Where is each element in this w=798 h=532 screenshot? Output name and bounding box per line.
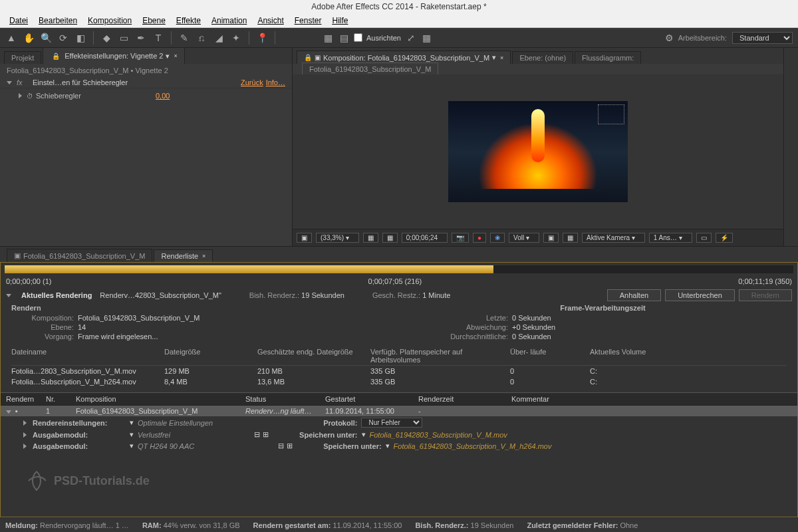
output-file-link[interactable]: Fotolia_61942803_Subscription_V_M_h264.m… [394, 442, 552, 450]
comp-subtab[interactable]: Fotolia_61942803_Subscription_V_M [302, 63, 438, 76]
close-icon[interactable]: × [202, 253, 205, 259]
text-tool-icon[interactable]: T [152, 32, 164, 44]
grid-icon[interactable]: ▦ [421, 32, 433, 44]
snapshot-icon[interactable]: 📷 [452, 233, 469, 243]
pen-tool-icon[interactable]: ✒ [135, 32, 147, 44]
stopwatch-icon[interactable]: ⏱ [24, 90, 36, 102]
menu-fenster[interactable]: Fenster [291, 15, 326, 27]
camera-tool-icon[interactable]: ◧ [74, 32, 86, 44]
distribute-icon[interactable]: ▤ [338, 32, 350, 44]
dropdown-icon[interactable]: ▾ [492, 53, 496, 62]
toggle-icon[interactable]: ▣ [297, 233, 312, 243]
close-icon[interactable]: × [174, 53, 177, 59]
time-end: 0;00;11;19 (350) [738, 277, 792, 285]
disclosure-icon[interactable] [23, 444, 27, 449]
align-icon[interactable]: ▦ [322, 32, 334, 44]
camera-dropdown[interactable]: Aktive Kamera ▾ [582, 233, 645, 243]
workspace-select[interactable]: Standard [732, 32, 793, 44]
menu-animation[interactable]: Animation [207, 15, 251, 27]
dropdown-icon[interactable]: ▾ [130, 418, 134, 427]
close-icon[interactable]: × [500, 55, 503, 61]
res-icon[interactable]: ▦ [363, 233, 378, 243]
menu-ansicht[interactable]: Ansicht [253, 15, 287, 27]
plus-icon[interactable]: ⊞ [263, 430, 269, 439]
eraser-tool-icon[interactable]: ◢ [213, 32, 225, 44]
dropdown-icon[interactable]: ▾ [166, 52, 170, 61]
dropdown-icon[interactable]: ▾ [362, 430, 366, 439]
property-name: Schieberegler [36, 92, 156, 100]
snap-icon[interactable]: ⤢ [405, 32, 417, 44]
tab-effect-controls[interactable]: 🔒 Effekteinstellungen: Vignette 2 ▾ × [43, 47, 184, 64]
dropdown-icon[interactable]: ▾ [386, 442, 390, 450]
dropdown-icon[interactable]: ▾ [130, 442, 134, 450]
menu-datei[interactable]: Datei [5, 15, 32, 27]
property-value[interactable]: 0,00 [156, 92, 170, 100]
disclosure-icon[interactable] [23, 420, 27, 426]
minus-icon[interactable]: ⊟ [254, 430, 260, 439]
lock-icon: 🔒 [50, 50, 62, 62]
output-file-link[interactable]: Fotolia_61942803_Subscription_V_M.mov [370, 431, 507, 439]
rendern-section: Rendern [11, 304, 379, 312]
rotate-tool-icon[interactable]: ⟳ [57, 32, 69, 44]
region-icon[interactable]: ▣ [543, 233, 559, 243]
resolution-dropdown[interactable]: Voll ▾ [509, 233, 539, 243]
selection-tool-icon[interactable]: ▲ [5, 32, 17, 44]
queue-item[interactable]: ▪ 1 Fotolia_61942803_Subscription_V_M Re… [1, 406, 797, 416]
menu-bearbeiten[interactable]: Bearbeiten [35, 15, 81, 27]
hand-tool-icon[interactable]: ✋ [23, 32, 35, 44]
menu-ebene[interactable]: Ebene [138, 15, 170, 27]
disclosure-icon[interactable] [23, 432, 27, 438]
protokoll-dropdown[interactable]: Nur Fehler [361, 418, 422, 428]
search-icon[interactable]: ⚙ [664, 32, 676, 44]
menu-komposition[interactable]: Komposition [84, 15, 136, 27]
info-link[interactable]: Info… [266, 78, 285, 86]
tab-project[interactable]: Projekt [4, 51, 41, 64]
shape-tool-icon[interactable]: ▭ [118, 32, 130, 44]
composition-controls: ▣ (33,3%) ▾ ▦ ▦ 0;00;06;24 📷 ● ❀ Voll ▾ … [293, 229, 783, 246]
render-settings-value[interactable]: Optimale Einstellungen [138, 419, 213, 427]
output-module-value[interactable]: QT H264 90 AAC [138, 442, 194, 450]
brush-tool-icon[interactable]: ✎ [178, 32, 190, 44]
reset-link[interactable]: Zurück [241, 78, 263, 86]
tab-composition[interactable]: 🔒 ▣ Komposition: Fotolia_61942803_Subscr… [297, 51, 511, 64]
pause-button[interactable]: Anhalten [607, 289, 661, 301]
dropdown-icon[interactable]: ▾ [130, 430, 134, 439]
output-module-row: Ausgabemodul: ▾ QT H264 90 AAC ⊟ ⊞ Speic… [1, 440, 797, 452]
timecode-display[interactable]: 0;00;06;24 [402, 233, 448, 243]
stop-button[interactable]: Unterbrechen [665, 289, 735, 301]
comp-icon: ▣ [315, 54, 321, 61]
tab-renderliste[interactable]: Renderliste × [154, 249, 213, 262]
roto-tool-icon[interactable]: ✦ [230, 32, 242, 44]
pixel-aspect-icon[interactable]: ▭ [696, 233, 712, 243]
tab-flussdiagramm[interactable]: Flussdiagramm: [575, 51, 641, 64]
fx-icon[interactable]: fx [17, 78, 30, 86]
disclosure-icon[interactable] [7, 81, 12, 84]
disclosure-icon[interactable] [19, 93, 22, 98]
clone-tool-icon[interactable]: ⎌ [196, 32, 207, 44]
anchor-tool-icon[interactable]: ◆ [100, 32, 112, 44]
zoom-dropdown[interactable]: (33,3%) ▾ [316, 233, 359, 243]
minus-icon[interactable]: ⊟ [278, 442, 284, 450]
render-progress-fill [5, 265, 493, 273]
transparency-icon[interactable]: ▦ [563, 233, 578, 243]
tab-ebene[interactable]: Ebene: (ohne) [512, 51, 573, 64]
channel-icon[interactable]: ● [473, 233, 486, 243]
preview-viewport[interactable] [293, 74, 783, 229]
plus-icon[interactable]: ⊞ [287, 442, 293, 450]
align-checkbox[interactable] [354, 33, 362, 42]
composition-panel: 🔒 ▣ Komposition: Fotolia_61942803_Subscr… [293, 48, 783, 246]
grid-icon[interactable]: ▦ [382, 233, 398, 243]
menu-effekte[interactable]: Effekte [172, 15, 205, 27]
disclosure-icon[interactable] [6, 294, 11, 297]
zoom-tool-icon[interactable]: 🔍 [40, 32, 52, 44]
breadcrumb: Fotolia_61942803_Subscription_V_M • Vign… [0, 64, 292, 77]
menu-hilfe[interactable]: Hilfe [328, 15, 352, 27]
puppet-tool-icon[interactable]: 📍 [256, 32, 268, 44]
output-module-value[interactable]: Verlustfrei [138, 431, 170, 439]
views-dropdown[interactable]: 1 Ans… ▾ [649, 233, 692, 243]
tab-timeline-comp[interactable]: ▣ Fotolia_61942803_Subscription_V_M [7, 249, 152, 262]
effect-header[interactable]: fx Einstel…en für Schieberegler Zurück I… [0, 77, 292, 88]
fast-preview-icon[interactable]: ⚡ [716, 233, 733, 243]
status-bar: Meldung: Rendervorgang läuft… 1 … RAM: 4… [0, 517, 798, 532]
colormgmt-icon[interactable]: ❀ [490, 233, 505, 243]
